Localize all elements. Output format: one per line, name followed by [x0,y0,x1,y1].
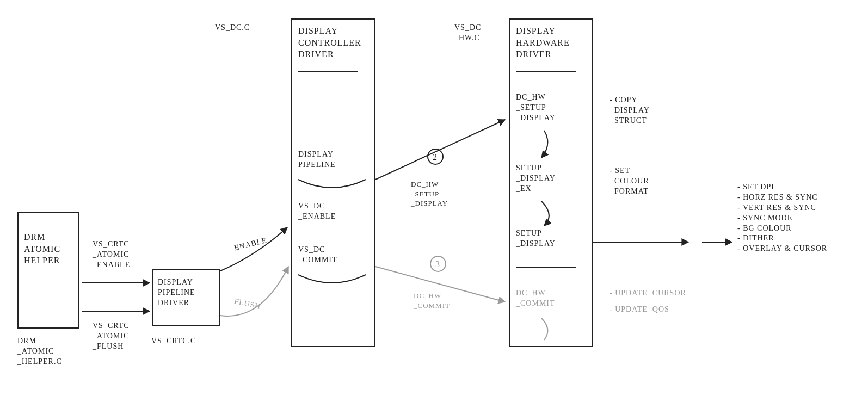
label-enable: ENABLE [233,236,268,253]
annotation-update-cursor: - UPDATE CURSOR [610,288,686,299]
drm-atomic-helper-file: DRM _ATOMIC _HELPER.C [17,336,62,367]
display-pipeline-driver-file: VS_CRTC.C [151,336,196,347]
annotation-copy-struct: - COPY DISPLAY STRUCT [610,95,650,126]
annotation-setup-display-out: - SET DPI - HORZ RES & SYNC - VERT RES &… [737,182,827,254]
svg-line-2 [375,120,505,180]
hardware-title-underline [516,71,576,72]
display-hardware-title: DISPLAY HARDWARE DRIVER [516,25,570,60]
hardware-divider [516,267,576,268]
box-display-controller-driver [291,18,375,347]
hw-item-setup-display: DC_HW _SETUP _DISPLAY [516,92,556,123]
display-controller-title: DISPLAY CONTROLLER DRIVER [298,25,361,60]
label-dc-hw-commit: DC_HW _COMMIT [414,291,450,310]
controller-item-pipeline: DISPLAY PIPELINE [298,150,336,170]
label-dc-hw-setup-display: DC_HW _SETUP _DISPLAY [411,180,448,208]
hw-item-setup-display2: SETUP _DISPLAY [516,228,556,249]
label-flush: FLUSH [233,296,262,312]
controller-item-enable: VS_DC _ENABLE [298,201,336,222]
annotation-colour-format: - SET COLOUR FORMAT [610,166,649,197]
hw-item-setup-display-ex: SETUP _DISPLAY _EX [516,163,556,194]
drm-atomic-helper-title: DRM ATOMIC HELPER [24,231,60,267]
label-vs-crtc-atomic-flush: VS_CRTC _ATOMIC _FLUSH [93,321,130,352]
display-hardware-file: VS_DC _HW.C [454,23,481,44]
display-controller-file: VS_DC.C [215,23,250,33]
controller-title-underline [298,71,358,72]
box-drm-atomic-helper [17,212,79,329]
annotation-update-qos: - UPDATE QOS [610,305,669,315]
controller-item-commit: VS_DC _COMMIT [298,245,337,265]
display-pipeline-driver-title: DISPLAY PIPELINE DRIVER [158,277,195,308]
diagram-canvas: DRM ATOMIC HELPER DRM _ATOMIC _HELPER.C … [0,0,868,402]
hw-item-commit: DC_HW _COMMIT [516,288,555,309]
step-2-label: 2 [433,151,438,163]
label-vs-crtc-atomic-enable: VS_CRTC _ATOMIC _ENABLE [93,239,130,270]
step-3-label: 3 [435,258,440,270]
